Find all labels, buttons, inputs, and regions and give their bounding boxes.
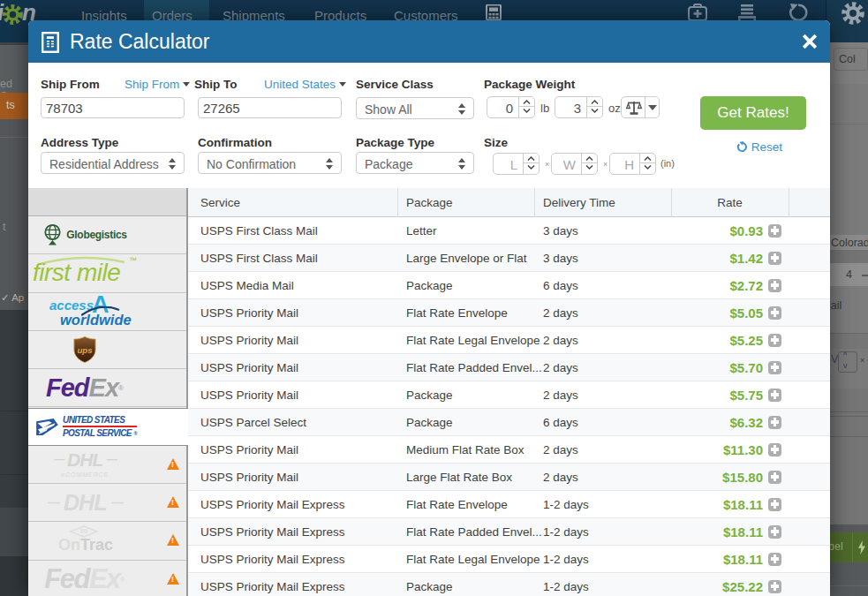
svg-text:ups: ups <box>77 345 93 355</box>
